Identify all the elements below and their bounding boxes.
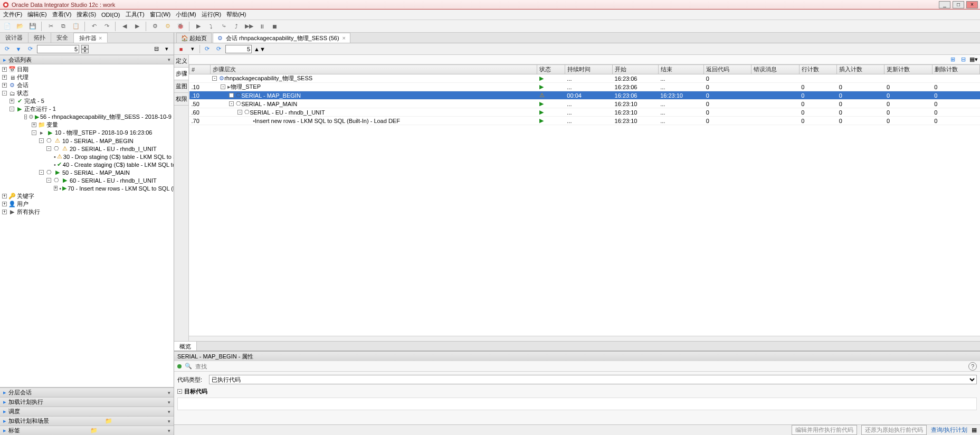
left-drawer[interactable]: ▸调度▾ xyxy=(0,406,174,416)
tree-node[interactable]: +•▶70 - Insert new rows - LKM SQL to SQL… xyxy=(1,184,173,192)
redo-icon[interactable]: ↷ xyxy=(101,21,112,32)
row-expand-icon[interactable]: + xyxy=(229,93,234,98)
target-code-area[interactable] xyxy=(177,398,977,410)
play-icon[interactable]: ▶ xyxy=(193,21,204,32)
columns-icon[interactable]: ▦▾ xyxy=(969,55,978,63)
menu-item[interactable]: 文件(F) xyxy=(3,11,22,18)
menu-item[interactable]: ODI(O) xyxy=(101,12,120,18)
editor-tab[interactable]: ⚙会话 rhnpackagecapability_物理_SESS (56)× xyxy=(213,33,350,43)
column-header[interactable]: 返回代码 xyxy=(704,65,751,74)
tree-node[interactable]: +📁变量 xyxy=(1,121,173,129)
tree-node[interactable]: -⎔▶60 - SERIAL - EU - rhndb_I_UNIT xyxy=(1,176,173,184)
menu-item[interactable]: 帮助(H) xyxy=(226,11,246,18)
side-tab[interactable]: 权限 xyxy=(174,93,188,106)
tree-expand-icon[interactable]: + xyxy=(2,202,7,206)
stop-session-icon[interactable]: ■ xyxy=(176,44,186,54)
tree-node[interactable]: -▶正在运行 - 1 xyxy=(1,105,173,113)
menu-icon[interactable]: ▾ xyxy=(162,44,172,54)
left-tab[interactable]: 安全 xyxy=(51,33,74,43)
minimize-button[interactable]: _ xyxy=(939,1,950,8)
properties-search-input[interactable] xyxy=(195,363,965,370)
tree-expand-icon[interactable]: - xyxy=(39,170,44,175)
column-header[interactable]: 开始 xyxy=(613,65,659,74)
row-expand-icon[interactable]: - xyxy=(229,101,234,106)
tree-expand-icon[interactable]: + xyxy=(2,194,7,198)
tree-node[interactable]: -▸▶10 - 物理_STEP - 2018-10-9 16:23:06 xyxy=(1,129,173,137)
auto-refresh-grid-icon[interactable]: ⟳ xyxy=(214,44,223,54)
undo-icon[interactable]: ↶ xyxy=(89,21,99,32)
tree-node[interactable]: •⚠30 - Drop staging (C$) table - LKM SQL… xyxy=(1,153,173,160)
resume-icon[interactable]: ▶▶ xyxy=(244,21,254,32)
tree-node[interactable]: +📅日期 xyxy=(1,65,173,73)
row-expand-icon[interactable]: - xyxy=(237,110,242,115)
tree-node[interactable]: -⚙▶56 - rhnpackagecapability_物理_SESS - 2… xyxy=(1,113,173,121)
column-header[interactable]: 更新计数 xyxy=(884,65,932,74)
grid-row[interactable]: .70•Insert new rows - LKM SQL to SQL (Bu… xyxy=(189,117,980,125)
column-header[interactable]: 结束 xyxy=(658,65,704,74)
session-list-header[interactable]: ▸ 会话列表 ▾ xyxy=(0,55,174,64)
collapse-all-icon[interactable]: ⊟ xyxy=(959,55,967,63)
column-header[interactable]: # xyxy=(189,65,211,74)
refresh-grid-icon[interactable]: ⟳ xyxy=(202,44,212,54)
tree-expand-icon[interactable]: - xyxy=(2,91,7,96)
query-exec-plan-link[interactable]: 查询/执行计划 xyxy=(931,426,967,434)
tree-expand-icon[interactable]: - xyxy=(24,115,27,119)
grid-row[interactable]: .60-⎔SERIAL - EU - rhndb_I_UNIT▶...16:23… xyxy=(189,108,980,117)
tree-node[interactable]: +👤用户 xyxy=(1,200,173,208)
menu-item[interactable]: 工具(T) xyxy=(126,11,145,18)
menu-item[interactable]: 运行(R) xyxy=(202,11,221,18)
grid-row[interactable]: .10+⎔SERIAL - MAP_BEGIN⚠00:0416:23:0616:… xyxy=(189,91,980,100)
back-icon[interactable]: ◀ xyxy=(119,21,130,32)
dropdown-icon[interactable]: ▾ xyxy=(188,44,197,54)
tree-expand-icon[interactable]: + xyxy=(2,210,7,214)
grid-spin-up[interactable]: ▲ xyxy=(254,46,260,52)
tree-node[interactable]: +✔完成 - 5 xyxy=(1,97,173,105)
grid-row[interactable]: .50-⎔SERIAL - MAP_MAIN▶...16:23:10...000… xyxy=(189,100,980,108)
tree-expand-icon[interactable]: + xyxy=(32,122,36,127)
cut-icon[interactable]: ✂ xyxy=(45,21,56,32)
collapse-icon[interactable]: ⊟ xyxy=(151,44,161,54)
forward-icon[interactable]: ▶ xyxy=(132,21,142,32)
row-expand-icon[interactable]: - xyxy=(212,76,217,81)
refresh-icon[interactable]: ⟳ xyxy=(2,44,12,54)
tree-node[interactable]: -🗂状态 xyxy=(1,89,173,97)
column-header[interactable]: 步骤层次 xyxy=(210,65,537,74)
tree-expand-icon[interactable]: - xyxy=(46,178,51,183)
column-header[interactable]: 状态 xyxy=(537,65,565,74)
menu-item[interactable]: 查看(V) xyxy=(52,11,72,18)
menu-item[interactable]: 小组(M) xyxy=(176,11,196,18)
tree-node[interactable]: +🔑关键字 xyxy=(1,192,173,200)
exec-plan-icon[interactable]: ▦ xyxy=(972,427,977,433)
left-drawer[interactable]: ▸标签📁▾ xyxy=(0,425,174,435)
left-drawer[interactable]: ▸分层会话▾ xyxy=(0,387,174,397)
expand-all-icon[interactable]: ⊞ xyxy=(948,55,957,63)
tree-node[interactable]: +🖥代理 xyxy=(1,73,173,81)
save-icon[interactable]: 💾 xyxy=(27,21,38,32)
left-tab[interactable]: 操作器× xyxy=(74,33,108,43)
side-tab[interactable]: 步骤 xyxy=(174,68,188,80)
grid-row[interactable]: .10-▸物理_STEP▶...16:23:06...00000 xyxy=(189,83,980,91)
paste-icon[interactable]: 📋 xyxy=(71,21,81,32)
left-tab[interactable]: 拓扑 xyxy=(28,33,51,43)
overview-tab[interactable]: 概览 xyxy=(174,342,197,351)
tree-node[interactable]: -⎔⚠20 - SERIAL - EU - rhndb_I_UNIT xyxy=(1,145,173,153)
filter-icon[interactable]: ▼ xyxy=(14,44,23,54)
step-over-icon[interactable]: ⤵ xyxy=(206,21,216,32)
tree-node[interactable]: •✔40 - Create staging (C$) table - LKM S… xyxy=(1,160,173,168)
spin-down[interactable]: ▼ xyxy=(81,49,89,53)
step-out-icon[interactable]: ⤴ xyxy=(231,21,242,32)
code-type-select[interactable]: 已执行代码 xyxy=(209,375,977,384)
tree-expand-icon[interactable]: - xyxy=(9,107,14,111)
row-expand-icon[interactable]: - xyxy=(221,84,225,89)
left-drawer[interactable]: ▸加载计划执行▾ xyxy=(0,397,174,406)
tree-node[interactable]: -⎔▶50 - SERIAL - MAP_MAIN xyxy=(1,168,173,176)
stop-icon[interactable]: ⏹ xyxy=(269,21,280,32)
grid-refresh-interval[interactable] xyxy=(225,45,252,53)
column-header[interactable]: 插入计数 xyxy=(837,65,884,74)
side-tab[interactable]: 蓝图 xyxy=(174,80,188,93)
left-drawer[interactable]: ▸加载计划和场景📁▾ xyxy=(0,416,174,425)
tree-node[interactable]: +▶所有执行 xyxy=(1,208,173,216)
tree-expand-icon[interactable]: - xyxy=(32,130,36,135)
tree-expand-icon[interactable]: + xyxy=(2,83,7,88)
step-into-icon[interactable]: ⤷ xyxy=(218,21,229,32)
